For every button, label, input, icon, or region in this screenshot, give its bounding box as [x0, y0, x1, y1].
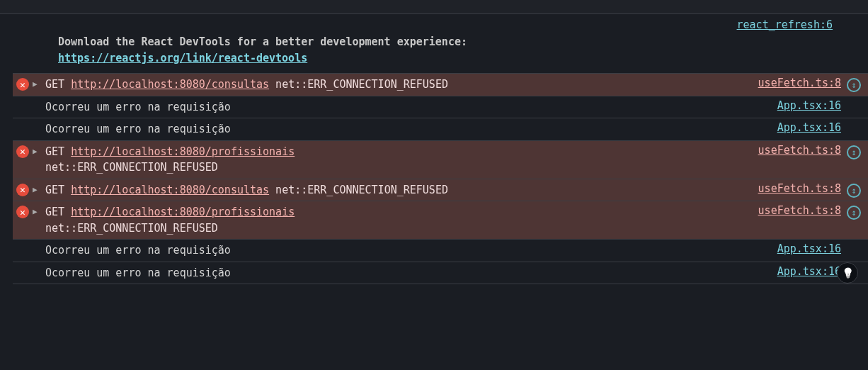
error-code: net::ERR_CONNECTION_REFUSED — [269, 184, 448, 196]
source-link[interactable]: useFetch.ts:8 — [758, 144, 845, 157]
log-message: GET http://localhost:8080/profissionaisn… — [45, 204, 758, 236]
row-icon-slot — [13, 144, 33, 158]
http-method: GET — [45, 78, 71, 91]
expand-toggle-icon[interactable]: ▶ — [33, 144, 45, 156]
row-action-slot — [845, 99, 862, 101]
console-toolbar — [0, 0, 868, 14]
http-method: GET — [45, 206, 71, 218]
replay-xhr-icon[interactable] — [847, 184, 861, 198]
log-message: Ocorreu um erro na requisição — [45, 99, 777, 116]
log-text: Ocorreu um erro na requisição — [45, 244, 231, 257]
replay-xhr-icon[interactable] — [847, 78, 861, 92]
error-code: net::ERR_CONNECTION_REFUSED — [45, 222, 218, 235]
row-action-slot — [845, 242, 862, 244]
expand-toggle-icon[interactable]: ▶ — [33, 182, 45, 194]
source-link[interactable]: react_refresh:6 — [737, 18, 833, 31]
row-icon-slot — [13, 121, 45, 123]
row-action-slot — [845, 182, 862, 198]
http-method: GET — [45, 184, 71, 196]
error-icon — [16, 145, 29, 158]
source-link[interactable]: useFetch.ts:8 — [758, 204, 845, 217]
devtools-hint-link[interactable]: https://reactjs.org/link/react-devtools — [58, 52, 307, 65]
devtools-hint-row: Download the React DevTools for a better… — [13, 31, 868, 74]
console-error-row: ▶GET http://localhost:8080/profissionais… — [13, 141, 868, 179]
error-code: net::ERR_CONNECTION_REFUSED — [269, 78, 448, 91]
row-icon-slot — [13, 242, 45, 244]
log-text: Ocorreu um erro na requisição — [45, 123, 231, 135]
console-log-row: Ocorreu um erro na requisiçãoApp.tsx:16 — [13, 118, 868, 141]
error-code: net::ERR_CONNECTION_REFUSED — [45, 161, 218, 174]
log-message: Ocorreu um erro na requisição — [45, 242, 777, 259]
row-action-slot — [845, 77, 862, 92]
log-message: Ocorreu um erro na requisição — [45, 121, 777, 138]
replay-xhr-icon[interactable] — [847, 145, 861, 159]
expand-toggle-icon[interactable]: ▶ — [33, 204, 45, 216]
row-icon-slot — [13, 265, 45, 267]
source-link[interactable]: App.tsx:16 — [777, 242, 845, 255]
row-icon-slot — [13, 77, 33, 91]
source-link[interactable]: App.tsx:16 — [777, 265, 845, 278]
console-error-row: ▶GET http://localhost:8080/consultas net… — [13, 74, 868, 96]
error-icon — [16, 78, 29, 91]
source-link[interactable]: App.tsx:16 — [777, 99, 845, 112]
console-log-area: react_refresh:6 Download the React DevTo… — [0, 14, 868, 284]
request-url-link[interactable]: http://localhost:8080/profissionais — [71, 145, 295, 158]
log-text: Ocorreu um erro na requisição — [45, 101, 231, 113]
row-action-slot — [845, 144, 862, 159]
log-message: Ocorreu um erro na requisição — [45, 265, 777, 281]
request-url-link[interactable]: http://localhost:8080/profissionais — [71, 206, 295, 218]
row-icon-slot — [13, 99, 45, 101]
ai-insights-button[interactable] — [837, 262, 858, 284]
log-message: GET http://localhost:8080/consultas net:… — [45, 77, 758, 93]
source-link[interactable]: useFetch.ts:8 — [758, 77, 845, 89]
console-log-row: Ocorreu um erro na requisiçãoApp.tsx:16 — [13, 262, 868, 285]
row-action-slot — [845, 204, 862, 220]
log-message: GET http://localhost:8080/consultas net:… — [45, 182, 758, 198]
devtools-hint-text: Download the React DevTools for a better… — [58, 35, 467, 48]
source-link[interactable]: App.tsx:16 — [777, 121, 845, 134]
log-text: Ocorreu um erro na requisição — [45, 267, 231, 279]
console-log-row: Ocorreu um erro na requisiçãoApp.tsx:16 — [13, 96, 868, 119]
request-url-link[interactable]: http://localhost:8080/consultas — [71, 78, 269, 91]
top-source-row: react_refresh:6 — [13, 14, 868, 31]
error-icon — [16, 206, 29, 218]
row-icon-slot — [13, 182, 33, 196]
http-method: GET — [45, 145, 71, 158]
expand-toggle-icon[interactable]: ▶ — [33, 77, 45, 89]
console-error-row: ▶GET http://localhost:8080/profissionais… — [13, 201, 868, 240]
replay-xhr-icon[interactable] — [847, 206, 861, 220]
row-icon-slot — [13, 204, 33, 218]
row-action-slot — [845, 121, 862, 123]
error-icon — [16, 184, 29, 196]
log-message: GET http://localhost:8080/profissionaisn… — [45, 144, 758, 176]
console-log-row: Ocorreu um erro na requisiçãoApp.tsx:16 — [13, 240, 868, 262]
request-url-link[interactable]: http://localhost:8080/consultas — [71, 184, 269, 196]
source-link[interactable]: useFetch.ts:8 — [758, 182, 845, 195]
console-error-row: ▶GET http://localhost:8080/consultas net… — [13, 179, 868, 202]
